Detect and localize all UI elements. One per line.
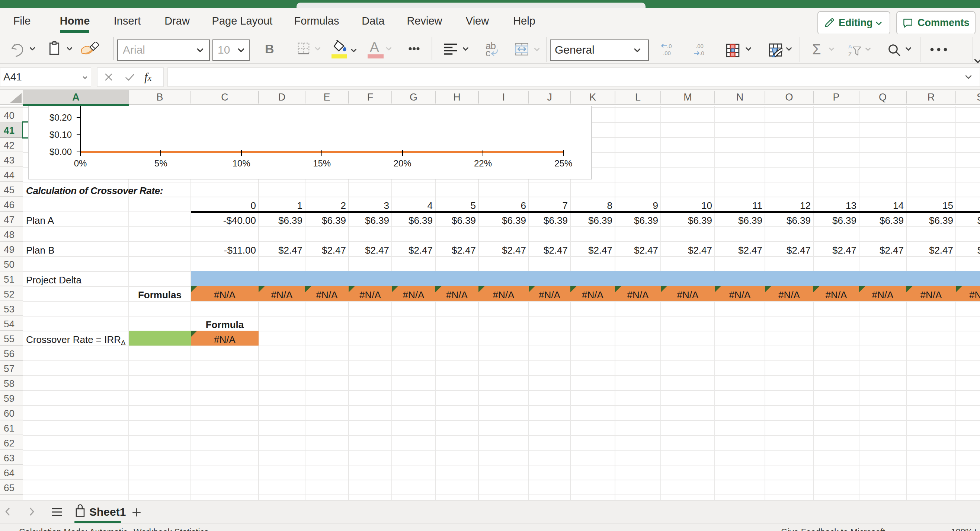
svg-text:c: c [485,47,490,56]
svg-text:.00: .00 [696,43,703,49]
svg-text:.00: .00 [663,50,671,56]
svg-text:Z: Z [848,51,852,57]
svg-text:.0: .0 [667,43,672,49]
svg-text:.0: .0 [700,50,704,56]
svg-text:A: A [848,43,852,49]
